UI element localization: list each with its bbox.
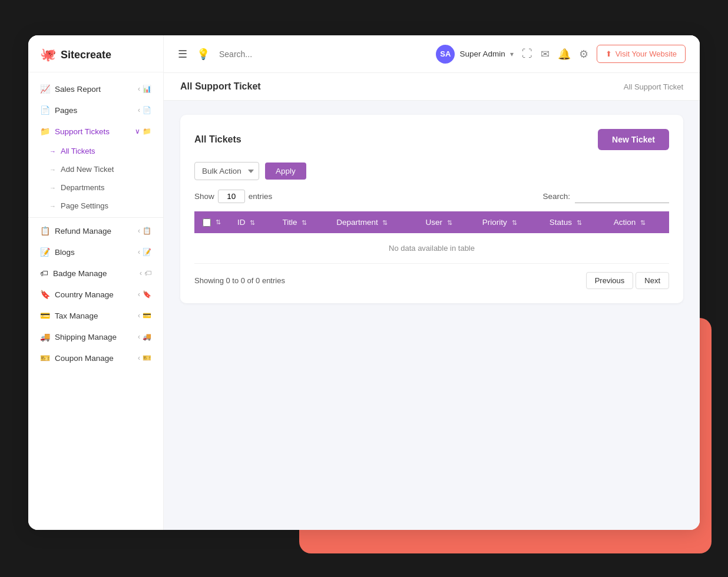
th-user-label: User [426, 218, 443, 227]
breadcrumb-bar: All Support Ticket All Support Ticket [164, 73, 700, 101]
logo-area: 🐙 Sitecreate [28, 35, 163, 72]
entries-row: Show entries Search: [194, 190, 669, 203]
sidebar-divider-1 [28, 217, 163, 218]
th-priority[interactable]: Priority ⇅ [474, 211, 541, 233]
upload-icon: ⬆ [605, 49, 612, 58]
table-search-input[interactable] [575, 190, 669, 203]
sales-report-icon: 📈 [40, 84, 50, 94]
chevron-left-icon-country: ‹ [138, 290, 140, 299]
sidebar-navigation: 📈 Sales Report ‹ 📊 📄 Pages ‹ [28, 72, 163, 530]
apply-button[interactable]: Apply [265, 163, 306, 180]
bulk-action-select[interactable]: Bulk Action [194, 162, 259, 180]
sidebar-subitem-add-new-ticket[interactable]: → Add New Ticket [28, 160, 163, 178]
search-input[interactable] [219, 49, 396, 59]
menu-icon[interactable]: ☰ [178, 48, 187, 61]
country-icon-small: 🔖 [143, 290, 151, 299]
th-department-label: Department [336, 218, 378, 227]
main-content: ☰ 💡 SA Super Admin ▾ ⛶ ✉ 🔔 ⚙ ⬆ Visit Y [164, 35, 700, 530]
sidebar-item-label-badge: Badge Manage [53, 269, 107, 278]
entries-label: entries [249, 192, 273, 201]
sort-icon-status: ⇅ [577, 219, 582, 226]
sort-icon-priority: ⇅ [512, 219, 517, 226]
logo-icon: 🐙 [40, 47, 56, 62]
sidebar-subitem-all-tickets[interactable]: → All Tickets [28, 142, 163, 160]
country-icon: 🔖 [40, 290, 50, 299]
sidebar-subitem-page-settings[interactable]: → Page Settings [28, 197, 163, 215]
refund-icon-small: 📋 [143, 227, 151, 235]
th-action[interactable]: Action ⇅ [605, 211, 669, 233]
sidebar-item-tax-manage[interactable]: 💳 Tax Manage ‹ 💳 [28, 305, 163, 326]
pagination-row: Showing 0 to 0 of 0 entries Previous Nex… [194, 272, 669, 289]
sales-icon-small: 📊 [143, 85, 151, 93]
tax-icon-small: 💳 [143, 311, 151, 320]
th-status[interactable]: Status ⇅ [541, 211, 605, 233]
sidebar-item-label-support-tickets: Support Tickets [55, 127, 110, 136]
entries-showing-text: Showing 0 to 0 of 0 entries [194, 276, 285, 285]
sidebar-item-label-country: Country Manage [55, 290, 114, 299]
subitem-label-all-tickets: All Tickets [61, 147, 95, 155]
sidebar-item-support-tickets[interactable]: 📁 Support Tickets ∨ 📁 [28, 121, 163, 142]
pages-icon-small: 📄 [143, 106, 151, 114]
expand-icon[interactable]: ⛶ [522, 48, 532, 60]
chevron-left-icon-shipping: ‹ [138, 333, 140, 341]
bell-icon[interactable]: 🔔 [558, 48, 571, 61]
shipping-icon-small: 🚚 [143, 333, 151, 341]
folder-icon-small: 📁 [143, 127, 151, 135]
avatar: SA [436, 45, 455, 64]
sidebar-item-country-manage[interactable]: 🔖 Country Manage ‹ 🔖 [28, 284, 163, 305]
support-tickets-submenu: → All Tickets → Add New Ticket → Departm… [28, 142, 163, 215]
th-id[interactable]: ID ⇅ [229, 211, 274, 233]
sidebar-item-badge-manage[interactable]: 🏷 Badge Manage ‹ 🏷 [28, 263, 163, 284]
mail-icon[interactable]: ✉ [541, 48, 550, 61]
search-right: Search: [542, 190, 669, 203]
sort-icon-department: ⇅ [382, 219, 388, 226]
subitem-label-page-settings: Page Settings [61, 201, 108, 210]
subitem-label-add-new-ticket: Add New Ticket [61, 165, 114, 174]
chevron-left-icon-refund: ‹ [138, 227, 140, 235]
th-department[interactable]: Department ⇅ [328, 211, 417, 233]
badge-icon: 🏷 [40, 268, 48, 278]
previous-button[interactable]: Previous [586, 272, 634, 289]
filters-row: Bulk Action Apply [194, 162, 669, 180]
logo-text: Sitecreate [61, 49, 111, 61]
new-ticket-button[interactable]: New Ticket [598, 129, 669, 150]
sidebar-item-sales-report[interactable]: 📈 Sales Report ‹ 📊 [28, 78, 163, 100]
sidebar-subitem-departments[interactable]: → Departments [28, 178, 163, 197]
sidebar-item-shipping-manage[interactable]: 🚚 Shipping Manage ‹ 🚚 [28, 326, 163, 347]
arrow-icon-page-settings: → [49, 203, 56, 210]
sidebar-item-coupon-manage[interactable]: 🎫 Coupon Manage ‹ 🎫 [28, 347, 163, 369]
sidebar-item-label-pages: Pages [55, 106, 77, 115]
tax-icon: 💳 [40, 311, 50, 320]
entries-left: Show entries [194, 190, 272, 203]
next-button[interactable]: Next [636, 272, 669, 289]
pages-icon: 📄 [40, 105, 50, 115]
chevron-down-icon-user: ▾ [510, 50, 514, 58]
th-id-label: ID [237, 218, 246, 227]
entries-count-input[interactable] [218, 190, 245, 203]
chevron-left-icon-badge: ‹ [140, 269, 142, 277]
support-tickets-icon: 📁 [40, 127, 50, 136]
settings-icon[interactable]: ⚙ [579, 48, 588, 61]
page-body: All Tickets New Ticket Bulk Action Apply [164, 101, 700, 530]
chevron-left-icon: ‹ [138, 85, 140, 93]
sidebar-item-pages[interactable]: 📄 Pages ‹ 📄 [28, 100, 163, 121]
tickets-card: All Tickets New Ticket Bulk Action Apply [180, 115, 683, 303]
bulb-icon[interactable]: 💡 [197, 48, 210, 61]
arrow-icon-departments: → [49, 184, 56, 191]
select-all-checkbox[interactable] [203, 218, 211, 227]
shipping-icon: 🚚 [40, 332, 50, 341]
sort-icon-id: ⇅ [250, 219, 255, 226]
chevron-left-icon-tax: ‹ [138, 311, 140, 320]
sort-icon-action: ⇅ [640, 219, 646, 226]
visit-btn-label: Visit Your Website [616, 49, 677, 58]
th-user[interactable]: User ⇅ [418, 211, 474, 233]
sidebar-item-refund-manage[interactable]: 📋 Refund Manage ‹ 📋 [28, 220, 163, 241]
coupon-icon: 🎫 [40, 353, 50, 363]
user-menu[interactable]: SA Super Admin ▾ [436, 45, 513, 64]
sidebar-item-blogs[interactable]: 📝 Blogs ‹ 📝 [28, 241, 163, 263]
pagination-buttons: Previous Next [586, 272, 669, 289]
th-checkbox: ⇅ [194, 211, 229, 233]
th-title[interactable]: Title ⇅ [274, 211, 329, 233]
visit-website-button[interactable]: ⬆ Visit Your Website [597, 45, 686, 63]
sidebar-item-label-sales-report: Sales Report [55, 85, 101, 94]
